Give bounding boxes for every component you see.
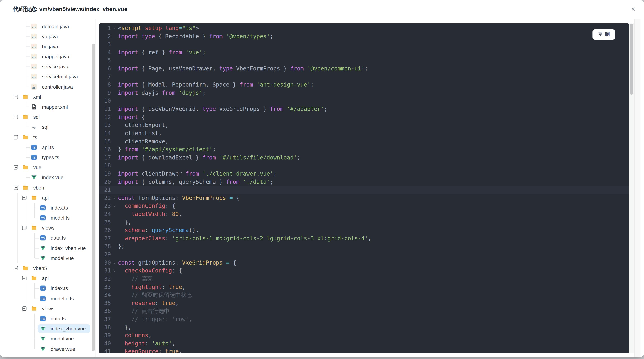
code-text: clientList,: [118, 129, 162, 137]
tree-item-content[interactable]: SQLsql: [29, 123, 53, 131]
tree-item-content[interactable]: TSdata.ts: [38, 314, 70, 323]
tree-item-label: vben: [33, 185, 44, 190]
tree-item-mapper-java[interactable]: mapper.java: [0, 51, 96, 61]
tree-item-content[interactable]: index.vue: [29, 173, 68, 182]
tree-item-model-d-ts[interactable]: TSmodel.d.ts: [0, 293, 96, 303]
line-number: 32: [99, 275, 111, 283]
tree-item-model-ts[interactable]: TSmodel.ts: [0, 213, 96, 223]
tree-item-content[interactable]: TSindex.ts: [38, 203, 72, 212]
modal-scrollbar-track[interactable]: [634, 18, 640, 357]
close-icon[interactable]: ✕: [628, 4, 638, 14]
collapse-toggle-icon[interactable]: [22, 226, 27, 230]
svg-text:TS: TS: [41, 207, 44, 210]
folder-icon: [22, 164, 28, 170]
tree-item-vben5[interactable]: vben5: [0, 263, 96, 273]
tree-item-content[interactable]: sql: [20, 113, 44, 121]
tree-item-label: mapper.xml: [42, 104, 68, 110]
tree-item-content[interactable]: serviceImpl.java: [29, 72, 82, 81]
tree-item-content[interactable]: TSmodel.ts: [38, 213, 74, 222]
tree-item-serviceimpl-java[interactable]: serviceImpl.java: [0, 72, 96, 82]
collapse-toggle-icon[interactable]: [22, 196, 27, 200]
line-number: 25: [99, 218, 111, 226]
tree-item-api[interactable]: api: [0, 193, 96, 203]
tree-item-content[interactable]: controller.java: [29, 82, 77, 91]
tree-item-mapper-xml[interactable]: XMLmapper.xml: [0, 102, 96, 112]
tree-item-index-vben-vue[interactable]: index_vben.vue: [0, 324, 96, 334]
tree-item-api[interactable]: api: [0, 273, 96, 283]
tree-item-types-ts[interactable]: TStypes.ts: [0, 152, 96, 162]
tree-item-modal-vue[interactable]: modal.vue: [0, 334, 96, 344]
tree-item-content[interactable]: TSapi.ts: [29, 143, 58, 152]
tree-item-sql[interactable]: sql: [0, 112, 96, 122]
fold-gutter: [111, 137, 118, 146]
collapse-toggle-icon[interactable]: [22, 307, 27, 311]
tree-item-xml[interactable]: xml: [0, 92, 96, 102]
tree-item-content[interactable]: drawer.vue: [38, 345, 80, 353]
collapse-toggle-icon[interactable]: [14, 115, 18, 119]
tree-item-data-ts[interactable]: TSdata.ts: [0, 233, 96, 243]
tree-item-bo-java[interactable]: bo.java: [0, 41, 96, 51]
tree-item-domain-java[interactable]: domain.java: [0, 21, 96, 31]
tree-item-content[interactable]: modal.vue: [38, 254, 78, 263]
code-line-34: 34 // 翻页时保留选中状态: [99, 291, 629, 299]
sidebar-scrollbar-thumb[interactable]: [92, 44, 95, 351]
tree-item-content[interactable]: xml: [20, 93, 46, 101]
tree-item-content[interactable]: views: [29, 304, 59, 313]
tree-item-content[interactable]: mapper.java: [29, 52, 74, 61]
tree-item-ts[interactable]: ts: [0, 132, 96, 142]
folder-icon: [31, 275, 37, 281]
tree-item-content[interactable]: TSindex.ts: [38, 284, 72, 293]
tree-item-views[interactable]: views: [0, 223, 96, 233]
tree-item-sql[interactable]: SQLsql: [0, 122, 96, 132]
fold-gutter: [111, 186, 118, 194]
collapse-toggle-icon[interactable]: [14, 135, 18, 139]
tree-item-selected[interactable]: index_vben.vue: [38, 324, 90, 333]
collapse-toggle-icon[interactable]: [14, 266, 18, 270]
tree-item-index-ts[interactable]: TSindex.ts: [0, 203, 96, 213]
fold-chevron-icon[interactable]: ∨: [111, 259, 118, 267]
tree-item-vue[interactable]: vue: [0, 162, 96, 172]
tree-item-vo-java[interactable]: vo.java: [0, 31, 96, 41]
tree-item-service-java[interactable]: service.java: [0, 62, 96, 72]
collapse-toggle-icon[interactable]: [22, 276, 27, 281]
tree-item-content[interactable]: service.java: [29, 62, 73, 71]
fold-chevron-icon[interactable]: ∨: [111, 24, 118, 32]
java-icon: [31, 44, 37, 49]
tree-item-content[interactable]: TSdata.ts: [38, 234, 70, 242]
editor-scrollbar-thumb[interactable]: [630, 23, 633, 95]
tree-item-content[interactable]: api: [29, 274, 53, 283]
tree-item-content[interactable]: api: [29, 193, 53, 202]
tree-item-content[interactable]: TSmodel.d.ts: [38, 294, 78, 303]
tree-item-vben[interactable]: vben: [0, 183, 96, 193]
tree-item-content[interactable]: TStypes.ts: [29, 153, 64, 162]
tree-item-index-vue[interactable]: index.vue: [0, 173, 96, 183]
fold-chevron-icon[interactable]: ∨: [111, 202, 118, 210]
tree-item-content[interactable]: vue: [20, 163, 46, 172]
tree-item-modal-vue[interactable]: modal.vue: [0, 253, 96, 263]
collapse-toggle-icon[interactable]: [14, 165, 18, 169]
tree-item-data-ts[interactable]: TSdata.ts: [0, 314, 96, 324]
tree-item-content[interactable]: vben: [20, 183, 48, 192]
tree-item-views[interactable]: views: [0, 304, 96, 314]
copy-button[interactable]: 复制: [592, 29, 615, 39]
tree-item-index-ts[interactable]: TSindex.ts: [0, 283, 96, 293]
collapse-toggle-icon[interactable]: [14, 185, 18, 190]
tree-item-content[interactable]: modal.vue: [38, 335, 78, 343]
tree-item-content[interactable]: bo.java: [29, 42, 62, 51]
tree-item-api-ts[interactable]: TSapi.ts: [0, 142, 96, 152]
tree-item-content[interactable]: domain.java: [29, 22, 73, 30]
collapse-toggle-icon[interactable]: [14, 95, 18, 99]
fold-chevron-icon[interactable]: ∨: [111, 194, 118, 202]
tree-item-content[interactable]: views: [29, 224, 59, 232]
tree-item-content[interactable]: XMLmapper.xml: [29, 103, 72, 111]
tree-item-content[interactable]: vo.java: [29, 32, 62, 40]
tree-item-drawer-vue[interactable]: drawer.vue: [0, 344, 96, 354]
tree-item-index-vben-vue[interactable]: index_vben.vue: [0, 243, 96, 253]
code-line-39: 39 columns,: [99, 332, 629, 340]
tree-item-content[interactable]: index_vben.vue: [38, 244, 90, 252]
fold-chevron-icon[interactable]: ∨: [111, 267, 118, 275]
tree-item-controller-java[interactable]: controller.java: [0, 82, 96, 92]
tree-item-content[interactable]: ts: [20, 133, 42, 141]
tree-item-content[interactable]: vben5: [20, 264, 51, 273]
vue-icon: [40, 346, 46, 352]
